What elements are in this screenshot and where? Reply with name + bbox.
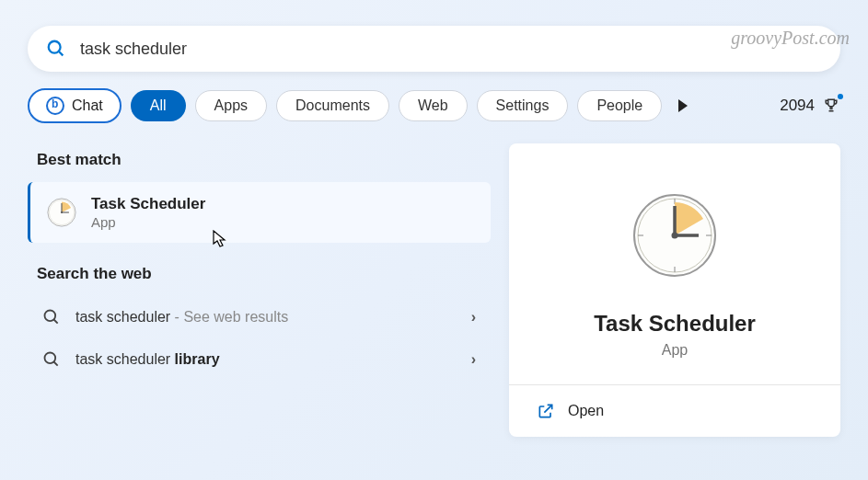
- apps-filter-button[interactable]: Apps: [195, 90, 267, 121]
- all-filter-button[interactable]: All: [131, 90, 186, 121]
- open-label: Open: [568, 403, 604, 419]
- trophy-icon: [822, 97, 840, 115]
- search-bar[interactable]: [28, 26, 840, 72]
- watermark-text: groovyPost.com: [731, 28, 850, 49]
- detail-subtitle: App: [531, 342, 818, 359]
- chat-filter-button[interactable]: b Chat: [28, 88, 122, 123]
- more-filters-arrow-icon[interactable]: [678, 99, 688, 112]
- web-result-item[interactable]: task scheduler - See web results ›: [28, 296, 491, 338]
- bing-chat-icon: b: [46, 97, 64, 115]
- filter-row: b Chat All Apps Documents Web Settings P…: [28, 88, 840, 123]
- result-title: Task Scheduler: [91, 195, 476, 213]
- detail-panel: Task Scheduler App Open: [509, 143, 840, 437]
- chat-label: Chat: [72, 97, 103, 114]
- rewards-points: 2094: [780, 97, 815, 115]
- best-match-result[interactable]: Task Scheduler App: [28, 182, 491, 243]
- documents-filter-button[interactable]: Documents: [276, 90, 389, 121]
- task-scheduler-large-icon: [629, 189, 721, 281]
- svg-line-8: [54, 320, 58, 324]
- web-filter-button[interactable]: Web: [399, 90, 468, 121]
- content-area: Best match Task Scheduler App Search the…: [28, 143, 840, 437]
- svg-point-19: [672, 233, 678, 239]
- open-action-button[interactable]: Open: [531, 385, 818, 437]
- people-filter-button[interactable]: People: [577, 90, 662, 121]
- svg-point-6: [61, 211, 63, 213]
- svg-point-9: [45, 353, 56, 364]
- svg-line-10: [54, 362, 58, 366]
- svg-point-0: [49, 41, 61, 53]
- web-result-item[interactable]: task scheduler library ›: [28, 338, 491, 381]
- notification-dot-icon: [838, 94, 843, 99]
- search-icon: [42, 308, 61, 326]
- svg-point-7: [45, 311, 56, 322]
- chevron-right-icon: ›: [471, 309, 476, 326]
- result-info: Task Scheduler App: [91, 195, 476, 230]
- search-input[interactable]: [80, 40, 822, 59]
- web-result-text: task scheduler library: [75, 351, 457, 368]
- search-web-header: Search the web: [37, 265, 491, 283]
- results-panel: Best match Task Scheduler App Search the…: [28, 143, 491, 437]
- search-icon: [42, 350, 61, 369]
- settings-filter-button[interactable]: Settings: [477, 90, 569, 121]
- web-result-text: task scheduler - See web results: [75, 309, 457, 326]
- rewards-badge[interactable]: 2094: [780, 97, 840, 115]
- chevron-right-icon: ›: [471, 351, 476, 368]
- svg-line-1: [59, 51, 64, 56]
- search-icon: [46, 39, 66, 59]
- mouse-cursor-icon: [213, 230, 227, 248]
- result-subtitle: App: [91, 214, 476, 230]
- detail-title: Task Scheduler: [531, 311, 818, 337]
- open-external-icon: [537, 402, 555, 420]
- best-match-header: Best match: [37, 151, 491, 169]
- task-scheduler-icon: [45, 196, 78, 229]
